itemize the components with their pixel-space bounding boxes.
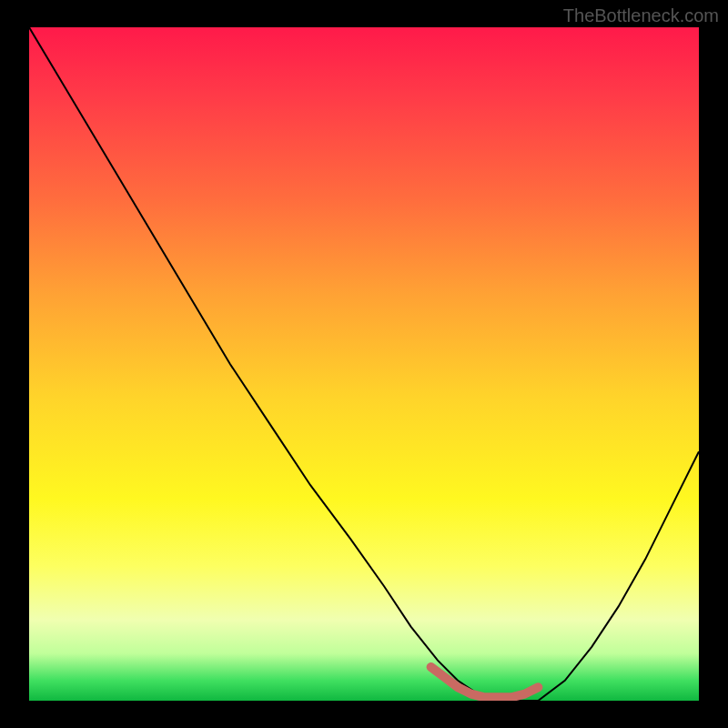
chart-plot-area: [29, 27, 699, 701]
chart-svg: [29, 27, 699, 701]
bottleneck-curve: [29, 27, 699, 701]
watermark-text: TheBottleneck.com: [563, 5, 719, 26]
optimal-range-marker: [431, 667, 539, 697]
